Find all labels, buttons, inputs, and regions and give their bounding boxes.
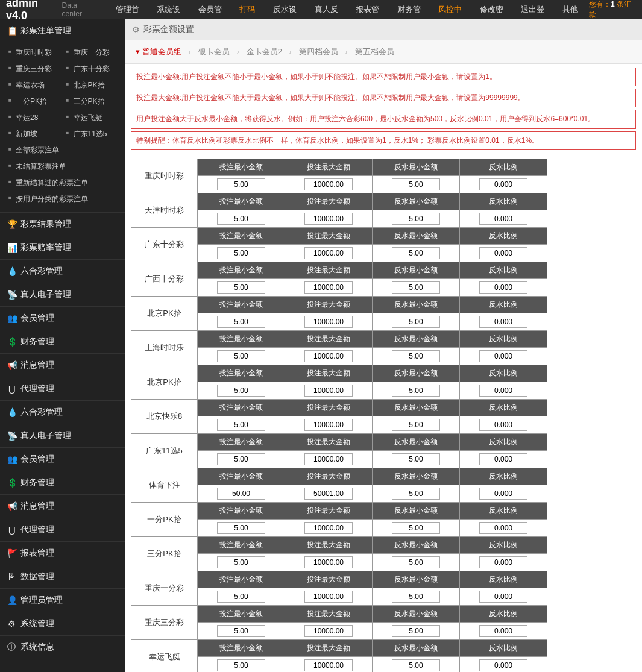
- amount-input[interactable]: [479, 522, 527, 534]
- amount-input[interactable]: [392, 247, 440, 259]
- sidebar-group-title[interactable]: 📡真人电子管理: [0, 283, 125, 306]
- amount-input[interactable]: [392, 453, 440, 465]
- sidebar-item[interactable]: 三分PK拾: [63, 93, 121, 110]
- amount-input[interactable]: [304, 316, 353, 328]
- amount-input[interactable]: [392, 556, 440, 568]
- sidebar-item[interactable]: 幸运飞艇: [63, 110, 121, 126]
- amount-input[interactable]: [217, 591, 265, 603]
- sidebar-item[interactable]: 北京PK拾: [63, 77, 121, 93]
- sidebar-group-title[interactable]: 🗄数据管理: [0, 565, 125, 588]
- sidebar-group-title[interactable]: ⋃代理管理: [0, 518, 125, 541]
- sidebar-item[interactable]: 重庆三分彩: [5, 61, 63, 77]
- sidebar-group-title[interactable]: 💲财务管理: [0, 471, 125, 494]
- amount-input[interactable]: [304, 213, 353, 225]
- sidebar-group-title[interactable]: 📋彩票注单管理: [0, 19, 125, 42]
- topnav-item[interactable]: 打码量: [233, 0, 267, 19]
- amount-input[interactable]: [304, 178, 353, 190]
- amount-input[interactable]: [392, 419, 440, 431]
- amount-input[interactable]: [304, 281, 353, 294]
- amount-input[interactable]: [392, 316, 440, 328]
- amount-input[interactable]: [392, 625, 440, 637]
- topnav-item[interactable]: 其他 ▾: [556, 0, 589, 19]
- amount-input[interactable]: [217, 247, 265, 259]
- sidebar-group-title[interactable]: 📊彩票赔率管理: [0, 236, 125, 259]
- amount-input[interactable]: [217, 281, 265, 294]
- amount-input[interactable]: [217, 488, 265, 500]
- amount-input[interactable]: [479, 178, 527, 190]
- amount-input[interactable]: [304, 419, 353, 431]
- sidebar-group-title[interactable]: 👤管理员管理: [0, 589, 125, 612]
- amount-input[interactable]: [304, 659, 353, 671]
- amount-input[interactable]: [392, 385, 440, 397]
- amount-input[interactable]: [479, 591, 527, 603]
- topnav-item[interactable]: 管理首页: [110, 0, 151, 19]
- amount-input[interactable]: [479, 556, 527, 568]
- amount-input[interactable]: [217, 316, 265, 328]
- amount-input[interactable]: [217, 350, 265, 362]
- amount-input[interactable]: [217, 659, 265, 671]
- topnav-item[interactable]: 系统设置: [151, 0, 192, 19]
- amount-input[interactable]: [304, 247, 353, 259]
- sidebar-group-title[interactable]: 💧六合彩管理: [0, 401, 125, 424]
- amount-input[interactable]: [304, 625, 353, 637]
- sidebar-item[interactable]: 幸运28: [5, 110, 63, 126]
- amount-input[interactable]: [479, 453, 527, 465]
- sidebar-group-title[interactable]: ⚙系统管理: [0, 612, 125, 635]
- amount-input[interactable]: [392, 488, 440, 500]
- amount-input[interactable]: [217, 522, 265, 534]
- sidebar-group-title[interactable]: 👥会员管理: [0, 307, 125, 330]
- amount-input[interactable]: [479, 281, 527, 294]
- amount-input[interactable]: [304, 591, 353, 603]
- sidebar-item[interactable]: 新加坡: [5, 126, 63, 142]
- amount-input[interactable]: [479, 247, 527, 259]
- topnav-item[interactable]: 会员管理: [192, 0, 233, 19]
- amount-input[interactable]: [479, 213, 527, 225]
- amount-input[interactable]: [479, 419, 527, 431]
- amount-input[interactable]: [479, 316, 527, 328]
- amount-input[interactable]: [217, 625, 265, 637]
- sidebar-group-title[interactable]: ⓘ系统信息: [0, 636, 125, 659]
- amount-input[interactable]: [392, 350, 440, 362]
- amount-input[interactable]: [392, 213, 440, 225]
- sidebar-group-title[interactable]: 📢消息管理: [0, 495, 125, 518]
- amount-input[interactable]: [217, 385, 265, 397]
- amount-input[interactable]: [479, 385, 527, 397]
- sidebar-group-title[interactable]: ⋃代理管理: [0, 377, 125, 400]
- topnav-item[interactable]: 真人反水: [309, 0, 350, 19]
- amount-input[interactable]: [304, 453, 353, 465]
- amount-input[interactable]: [217, 453, 265, 465]
- sidebar-group-title[interactable]: 💲财务管理: [0, 330, 125, 353]
- sidebar-group-title[interactable]: 📢消息管理: [0, 354, 125, 377]
- tab[interactable]: ▾ 普通会员组: [131, 44, 186, 60]
- amount-input[interactable]: [304, 350, 353, 362]
- tab[interactable]: 第四档会员: [294, 44, 343, 60]
- amount-input[interactable]: [304, 488, 353, 500]
- topnav-item[interactable]: 退出登录: [515, 0, 556, 19]
- amount-input[interactable]: [392, 659, 440, 671]
- topnav-item[interactable]: 修改密码: [474, 0, 515, 19]
- amount-input[interactable]: [217, 213, 265, 225]
- amount-input[interactable]: [479, 659, 527, 671]
- sidebar-group-title[interactable]: 🏆彩票结果管理: [0, 213, 125, 236]
- amount-input[interactable]: [479, 350, 527, 362]
- tab[interactable]: 金卡会员2: [242, 44, 287, 60]
- sidebar-item[interactable]: 广东11选5: [63, 126, 121, 142]
- topnav-item[interactable]: 风控中心: [432, 0, 473, 19]
- amount-input[interactable]: [479, 488, 527, 500]
- topnav-item[interactable]: 反水设置: [267, 0, 308, 19]
- amount-input[interactable]: [217, 556, 265, 568]
- topnav-item[interactable]: 报表管理: [350, 0, 391, 19]
- amount-input[interactable]: [304, 385, 353, 397]
- sidebar-group-title[interactable]: 👥会员管理: [0, 448, 125, 471]
- sidebar-item[interactable]: 按用户分类的彩票注单: [5, 191, 120, 207]
- amount-input[interactable]: [392, 591, 440, 603]
- tab[interactable]: 第五档会员: [350, 44, 399, 60]
- sidebar-item[interactable]: 一分PK拾: [5, 93, 63, 110]
- amount-input[interactable]: [304, 522, 353, 534]
- sidebar-item[interactable]: 重新结算过的彩票注单: [5, 175, 120, 191]
- sidebar-item[interactable]: 重庆时时彩: [5, 45, 63, 61]
- amount-input[interactable]: [392, 281, 440, 294]
- sidebar-group-title[interactable]: 📡真人电子管理: [0, 424, 125, 447]
- tab[interactable]: 银卡会员: [194, 44, 234, 60]
- topnav-item[interactable]: 财务管理: [391, 0, 432, 19]
